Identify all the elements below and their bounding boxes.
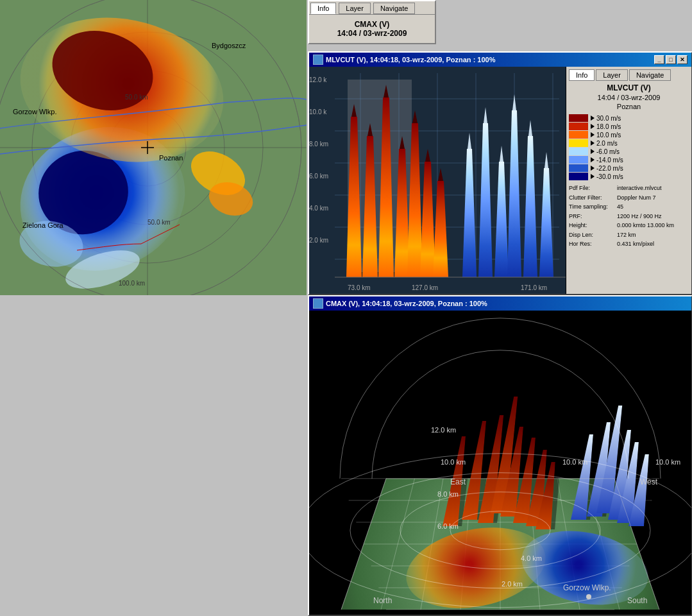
mlvcut-close-btn[interactable]: ✕ bbox=[677, 55, 688, 64]
legend-label: 18.0 m/s bbox=[596, 123, 621, 130]
legend-item: 2.0 m/s bbox=[569, 139, 689, 147]
mlvcut-titlebar-icon bbox=[313, 55, 323, 65]
meta-key: Time sampling: bbox=[569, 203, 617, 212]
cmax-titlebar: CMAX (V), 14:04:18, 03-wrz-2009, Poznan … bbox=[309, 296, 691, 311]
mlvcut-title-text: MLVCUT (V), 14:04:18, 03-wrz-2009, Pozna… bbox=[326, 56, 654, 64]
legend-label: 10.0 m/s bbox=[596, 132, 621, 139]
meta-key: Pdf File: bbox=[569, 184, 617, 193]
meta-row: Pdf File:interactive.mlvcut bbox=[569, 184, 689, 193]
mlvcut-sidebar-location: Poznan bbox=[569, 103, 689, 110]
small-tab-info[interactable]: Info bbox=[310, 3, 336, 14]
meta-row: Time sampling:45 bbox=[569, 203, 689, 212]
meta-val: 172 km bbox=[617, 231, 636, 240]
radar-map-left bbox=[0, 0, 307, 295]
mlvcut-main-viz bbox=[309, 67, 566, 294]
meta-key: Hor Res: bbox=[569, 240, 617, 249]
legend-color-swatch bbox=[569, 131, 588, 139]
small-panel-content: CMAX (V) 14:04 / 03-wrz-2009 bbox=[309, 15, 435, 43]
legend-label: -6.0 m/s bbox=[596, 148, 620, 155]
legend-item: 18.0 m/s bbox=[569, 123, 689, 130]
legend-arrow bbox=[591, 174, 595, 179]
legend-color-swatch bbox=[569, 148, 588, 155]
meta-val: Doppler Num 7 bbox=[617, 194, 656, 203]
legend-arrow bbox=[591, 116, 595, 121]
cmax-body bbox=[309, 311, 691, 615]
small-tab-layer[interactable]: Layer bbox=[339, 3, 371, 14]
meta-key: Height: bbox=[569, 221, 617, 230]
mlvcut-body: Info Layer Navigate MLVCUT (V) 14:04 / 0… bbox=[309, 67, 691, 294]
meta-val: interactive.mlvcut bbox=[617, 184, 662, 193]
meta-val: 0.000 kmto 13.000 km bbox=[617, 221, 674, 230]
legend-color-swatch bbox=[569, 139, 588, 147]
mlvcut-sidebar-tab-layer[interactable]: Layer bbox=[596, 69, 628, 81]
legend-arrow bbox=[591, 157, 595, 162]
mlvcut-sidebar-date: 14:04 / 03-wrz-2009 bbox=[569, 94, 689, 101]
meta-key: Disp Len: bbox=[569, 231, 617, 240]
legend-item: 30.0 m/s bbox=[569, 114, 689, 122]
cmax-canvas bbox=[309, 311, 691, 615]
cmax-titlebar-icon bbox=[313, 298, 323, 309]
legend-color-swatch bbox=[569, 114, 588, 122]
mlvcut-titlebar-buttons: _ □ ✕ bbox=[654, 55, 688, 64]
meta-row: Disp Len:172 km bbox=[569, 231, 689, 240]
meta-row: PRF:1200 Hz / 900 Hz bbox=[569, 212, 689, 221]
mlvcut-titlebar: MLVCUT (V), 14:04:18, 03-wrz-2009, Pozna… bbox=[309, 53, 691, 67]
meta-val: 1200 Hz / 900 Hz bbox=[617, 212, 662, 221]
info-panel-small: Info Layer Navigate CMAX (V) 14:04 / 03-… bbox=[308, 0, 436, 44]
legend-arrow bbox=[591, 132, 595, 137]
small-panel-date: 14:04 / 03-wrz-2009 bbox=[314, 29, 430, 38]
legend-item: -6.0 m/s bbox=[569, 148, 689, 155]
legend-label: -14.0 m/s bbox=[596, 157, 623, 164]
small-panel-title: CMAX (V) bbox=[314, 20, 430, 29]
legend-label: 2.0 m/s bbox=[596, 140, 618, 147]
meta-row: Clutter Filter:Doppler Num 7 bbox=[569, 194, 689, 203]
meta-key: Clutter Filter: bbox=[569, 194, 617, 203]
legend-item: 10.0 m/s bbox=[569, 131, 689, 139]
legend-item: -22.0 m/s bbox=[569, 164, 689, 172]
legend-label: -30.0 m/s bbox=[596, 173, 623, 180]
legend-color-swatch bbox=[569, 123, 588, 130]
color-legend: 30.0 m/s 18.0 m/s 10.0 m/s 2.0 m/s -6.0 … bbox=[569, 114, 689, 180]
legend-arrow bbox=[591, 149, 595, 154]
mlvcut-sidebar-tabs: Info Layer Navigate bbox=[569, 69, 689, 81]
legend-color-swatch bbox=[569, 173, 588, 180]
legend-item: -14.0 m/s bbox=[569, 156, 689, 164]
mlvcut-minimize-btn[interactable]: _ bbox=[654, 55, 664, 64]
legend-arrow bbox=[591, 124, 595, 129]
small-tab-navigate[interactable]: Navigate bbox=[373, 3, 415, 14]
mlvcut-window: MLVCUT (V), 14:04:18, 03-wrz-2009, Pozna… bbox=[308, 51, 692, 295]
legend-item: -30.0 m/s bbox=[569, 173, 689, 180]
meta-row: Height:0.000 kmto 13.000 km bbox=[569, 221, 689, 230]
meta-val: 45 bbox=[617, 203, 623, 212]
mlvcut-sidebar-title: MLVCUT (V) bbox=[569, 83, 689, 92]
meta-info: Pdf File:interactive.mlvcutClutter Filte… bbox=[569, 184, 689, 249]
legend-arrow bbox=[591, 166, 595, 171]
radar-canvas bbox=[0, 0, 307, 295]
meta-val: 0.431 km/pixel bbox=[617, 240, 654, 249]
cmax-title-text: CMAX (V), 14:04:18, 03-wrz-2009, Poznan … bbox=[326, 300, 487, 307]
mlvcut-maximize-btn[interactable]: □ bbox=[666, 55, 676, 64]
cmax-window: CMAX (V), 14:04:18, 03-wrz-2009, Poznan … bbox=[308, 295, 692, 616]
mlvcut-sidebar-tab-info[interactable]: Info bbox=[569, 69, 595, 81]
mlvcut-canvas bbox=[309, 67, 566, 294]
small-tab-row: Info Layer Navigate bbox=[309, 1, 435, 15]
mlvcut-sidebar: Info Layer Navigate MLVCUT (V) 14:04 / 0… bbox=[566, 67, 691, 294]
legend-label: 30.0 m/s bbox=[596, 115, 621, 122]
meta-key: PRF: bbox=[569, 212, 617, 221]
mlvcut-sidebar-tab-navigate[interactable]: Navigate bbox=[629, 69, 671, 81]
legend-color-swatch bbox=[569, 156, 588, 164]
meta-row: Hor Res:0.431 km/pixel bbox=[569, 240, 689, 249]
legend-label: -22.0 m/s bbox=[596, 165, 623, 172]
legend-color-swatch bbox=[569, 164, 588, 172]
legend-arrow bbox=[591, 141, 595, 146]
